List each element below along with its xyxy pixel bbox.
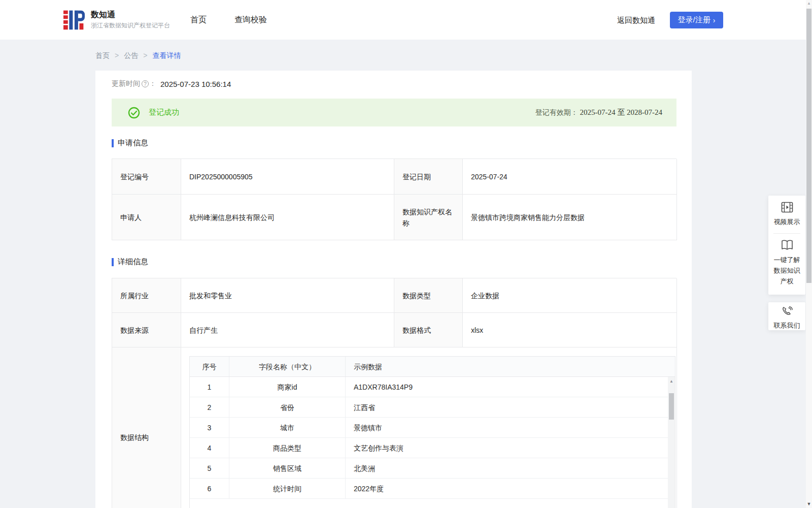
contact-us-label: 联系我们 [768,320,805,331]
field-label: 数据格式 [394,313,463,347]
table-scrollbar-thumb[interactable] [669,393,674,420]
application-info-table: 登记编号 DIP2025000005905 登记日期 2025-07-24 申请… [112,158,676,240]
status-badge: 登记成功 [149,108,179,117]
breadcrumb-separator: > [143,51,147,60]
field-value: 批发和零售业 [181,278,394,313]
column-header-no: 序号 [190,357,229,376]
row-number: 2 [190,397,229,417]
field-value: 自行产生 [181,313,394,347]
page-scrollbar[interactable]: ▲ ▼ [806,0,812,508]
field-label-data-structure: 数据结构 [112,347,181,508]
breadcrumb: 首页 > 公告 > 查看详情 [95,51,181,60]
back-to-shuzhitong-link[interactable]: 返回数知通 [617,16,655,25]
float-widget-video-learn: 视频展示 一键了解 数据知识 产权 [768,196,805,295]
scroll-up-arrow-icon[interactable]: ▲ [668,378,675,385]
update-time-row: 更新时间 ? ： 2025-07-23 10:56:14 [112,79,231,88]
nav-item-query-check[interactable]: 查询校验 [234,15,267,25]
video-display-entry[interactable]: 视频展示 [768,202,805,227]
field-value: 景德镇市跨境商家销售能力分层数据 [463,195,677,240]
breadcrumb-separator: > [115,51,119,60]
table-row: 5 销售区域 北美洲 [190,458,675,479]
detail-card: 更新时间 ? ： 2025-07-23 10:56:14 登记成功 登记有效期：… [95,71,692,508]
section-title-application: 申请信息 [112,138,148,148]
detail-info-table: 所属行业 批发和零售业 数据类型 企业数据 数据来源 自行产生 数据格式 xls… [112,278,676,508]
field-value: xlsx [463,313,677,347]
row-field-name: 统计时间 [229,479,346,498]
table-row: 2 省份 江西省 [190,397,675,418]
validity-value: 2025-07-24 至 2028-07-24 [580,108,662,116]
row-field-name: 商品类型 [229,438,346,458]
data-structure-cell: 序号 字段名称（中文） 示例数据 1 商家id A1DXR78IA314P9 2… [181,347,677,508]
table-row: 4 商品类型 文艺创作与表演 [190,438,675,458]
row-number: 6 [190,479,229,498]
open-book-icon [781,240,794,251]
row-sample-data: 文艺创作与表演 [346,438,675,458]
table-row: 1 商家id A1DXR78IA314P9 [190,377,675,397]
validity-period: 登记有效期： 2025-07-24 至 2028-07-24 [535,108,662,117]
table-empty-space [190,499,675,508]
login-register-label: 登录/注册 [678,15,710,25]
section-title-detail: 详细信息 [112,257,148,267]
data-structure-table: 序号 字段名称（中文） 示例数据 1 商家id A1DXR78IA314P9 2… [189,356,675,508]
row-sample-data: 北美洲 [346,458,675,478]
brand-name: 数知通 [91,10,170,20]
breadcrumb-announcement[interactable]: 公告 [124,51,138,60]
nav-item-home[interactable]: 首页 [190,15,207,25]
login-register-button[interactable]: 登录/注册 › [670,12,723,28]
learn-dataip-entry[interactable]: 一键了解 数据知识 产权 [768,240,805,287]
breadcrumb-view-detail[interactable]: 查看详情 [152,51,181,60]
field-label: 所属行业 [112,278,181,313]
top-header: 数知通 浙江省数据知识产权登记平台 首页 查询校验 返回数知通 登录/注册 › [0,0,812,40]
field-label: 数据知识产权名称 [394,195,463,240]
row-sample-data: 江西省 [346,397,675,417]
video-display-label: 视频展示 [768,216,805,227]
row-number: 1 [190,377,229,397]
validity-label: 登记有效期： [535,108,578,116]
field-value: 2025-07-24 [463,159,677,195]
table-row: 3 城市 景德镇市 [190,418,675,438]
row-sample-data: A1DXR78IA314P9 [346,377,675,397]
column-header-sample-data: 示例数据 [346,357,675,376]
help-circle-icon[interactable]: ? [142,80,149,87]
brand-subtitle: 浙江省数据知识产权登记平台 [91,21,170,30]
learn-line-2: 数据知识 [768,265,805,276]
page-scrollbar-thumb[interactable] [806,9,811,283]
phone-icon [782,306,793,316]
chevron-right-icon: › [713,17,716,24]
column-header-field-name: 字段名称（中文） [229,357,346,376]
table-row: 6 统计时间 2022年度 [190,479,675,499]
row-number: 4 [190,438,229,458]
scrollbar-down-arrow-icon[interactable]: ▼ [806,501,812,506]
field-label: 数据来源 [112,313,181,347]
table-scrollbar[interactable]: ▲ [668,377,675,508]
divider [773,233,800,234]
row-sample-data: 2022年度 [346,479,675,498]
row-number: 3 [190,418,229,437]
field-value: DIP2025000005905 [181,159,394,195]
learn-line-1: 一键了解 [768,255,805,265]
registration-success-banner: 登记成功 登记有效期： 2025-07-24 至 2028-07-24 [112,99,676,126]
row-field-name: 城市 [229,418,346,437]
row-field-name: 省份 [229,397,346,417]
structure-table-header: 序号 字段名称（中文） 示例数据 [190,357,675,377]
breadcrumb-home[interactable]: 首页 [95,51,110,60]
field-label: 数据类型 [394,278,463,313]
field-label: 登记编号 [112,159,181,195]
float-widget-contact[interactable]: 联系我们 [768,302,805,330]
brand-logo-icon [63,9,85,31]
update-time-label: 更新时间 [112,79,140,88]
scrollbar-up-arrow-icon[interactable]: ▲ [806,1,812,6]
row-field-name: 销售区域 [229,458,346,478]
brand-logo[interactable]: 数知通 浙江省数据知识产权登记平台 [63,9,170,31]
check-circle-icon [128,107,140,119]
field-value: 杭州峰澜信息科技有限公司 [181,195,394,240]
learn-line-3: 产权 [768,276,805,287]
field-label: 登记日期 [394,159,463,195]
update-time-colon: ： [149,79,156,88]
field-label: 申请人 [112,195,181,240]
field-value: 企业数据 [463,278,677,313]
row-field-name: 商家id [229,377,346,397]
row-number: 5 [190,458,229,478]
video-film-icon [781,202,793,213]
update-time-value: 2025-07-23 10:56:14 [160,80,231,88]
